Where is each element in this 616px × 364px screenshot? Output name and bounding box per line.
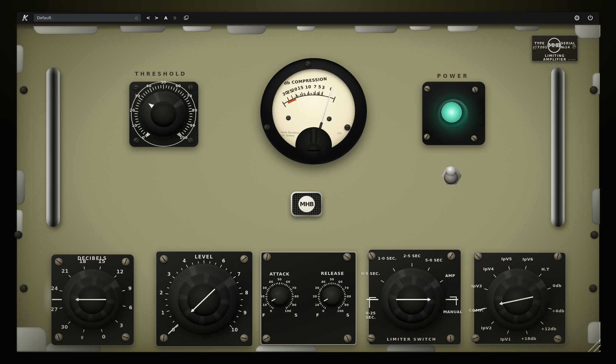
- dial-tick: [59, 290, 62, 291]
- preset-selector-icon[interactable]: ◇: [135, 16, 138, 20]
- dial-tick: [176, 272, 178, 274]
- toolbar: K Default ◇ < > A B ⚙: [17, 12, 599, 23]
- dial-tick: [239, 287, 241, 289]
- dial-tick-label: 50: [277, 278, 282, 281]
- dial-tick: [292, 294, 294, 295]
- dial-tick-label: 80: [347, 295, 351, 298]
- dial-tick: [319, 289, 322, 291]
- dial-tick: [83, 329, 85, 332]
- limiter-switch-dial: 0·25 SEC.0·5 SEC.1·0 SEC.2·5 SEC5·0 SECA…: [362, 249, 462, 350]
- dial-tick: [220, 265, 222, 268]
- dial-tick: [165, 293, 168, 294]
- paint-chip: [256, 345, 317, 352]
- release-knob[interactable]: [322, 287, 342, 306]
- dial-tick: [328, 283, 329, 284]
- dial-tick: [287, 306, 288, 308]
- dial-tick-label: +12db: [541, 327, 556, 331]
- copy-preset-icon[interactable]: [184, 15, 189, 20]
- dial-tick: [114, 275, 117, 278]
- dial-tick: [268, 288, 270, 289]
- dial-tick-label: 7: [237, 272, 241, 277]
- dial-tick-label: 20: [313, 295, 317, 298]
- preset-prev-button[interactable]: <: [146, 15, 150, 21]
- plate-screw: [343, 253, 351, 261]
- paint-chip: [575, 25, 600, 38]
- paint-chip: [297, 26, 315, 31]
- ab-compare-a-button[interactable]: A: [164, 16, 167, 20]
- dial-tick: [292, 298, 294, 299]
- dial-tick-label: 40: [269, 280, 273, 283]
- dial-tick: [288, 305, 290, 307]
- dial-tick-label: 100: [180, 136, 188, 140]
- preset-next-button[interactable]: >: [155, 15, 159, 21]
- panel-screw: [20, 284, 28, 292]
- release-fast-label: F: [315, 313, 321, 317]
- dial-tick: [176, 325, 179, 328]
- dial-tick-label: MANUAL: [443, 310, 462, 314]
- mhb-button-mesh: MHB: [292, 193, 321, 215]
- dial-tick: [272, 307, 274, 309]
- toggle-switch[interactable]: [446, 166, 456, 175]
- dial-tick: [491, 321, 494, 324]
- panel-screw: [20, 86, 28, 94]
- dial-tick: [493, 274, 496, 277]
- dial-tick: [289, 288, 291, 289]
- panel-screw: [590, 231, 598, 239]
- dial-tick: [269, 286, 271, 288]
- badge-screw: [572, 45, 576, 49]
- dial-tick: [229, 325, 232, 328]
- dial-tick: [323, 306, 324, 308]
- dial-tick: [266, 301, 268, 302]
- dial-tick: [539, 274, 542, 277]
- dial-tick: [508, 266, 510, 270]
- plugin-window: K Default ◇ < > A B ⚙: [0, 0, 616, 364]
- paint-chip: [33, 26, 97, 34]
- dial-tick-label: IpV3: [471, 284, 482, 288]
- dial-tick-label: 2: [160, 290, 163, 296]
- badge-monogram-text: MHB: [548, 42, 560, 48]
- dial-tick-label: 90: [190, 124, 195, 128]
- dial-tick-label: 100: [285, 310, 291, 313]
- dial-tick: [269, 305, 271, 307]
- dial-tick-label: 30: [262, 286, 267, 289]
- decibels-dial: ∞302724211815129630: [45, 252, 139, 347]
- dial-tick-label: 0: [172, 328, 175, 333]
- dial-tick: [215, 262, 216, 265]
- dial-tick: [167, 287, 169, 289]
- dial-tick: [240, 293, 243, 294]
- dial-tick: [342, 288, 343, 289]
- mhb-badge-button[interactable]: MHB: [291, 192, 322, 217]
- dial-tick: [123, 306, 126, 307]
- dial-tick-label: H.T: [541, 267, 549, 272]
- dial-tick: [284, 283, 285, 285]
- dial-tick-label: 70: [292, 286, 296, 289]
- dial-tick: [267, 289, 269, 291]
- dial-tick: [484, 288, 488, 290]
- dial-tick: [167, 310, 170, 312]
- paint-chip: [227, 26, 266, 34]
- ab-compare-b-button[interactable]: B: [173, 16, 177, 20]
- dial-tick-label: 24: [51, 286, 58, 292]
- dial-tick: [292, 296, 294, 297]
- attack-knob[interactable]: [270, 287, 289, 306]
- settings-gear-icon[interactable]: ⚙: [574, 14, 580, 22]
- dial-tick-label: 0db: [553, 284, 561, 288]
- meter-zero-adjuster[interactable]: [305, 143, 322, 159]
- dial-tick: [272, 284, 274, 286]
- dial-tick-label: 60: [286, 280, 290, 283]
- dial-tick-label: 10: [132, 124, 137, 128]
- dial-tick-label: 8: [245, 290, 248, 296]
- dial-tick: [291, 300, 293, 300]
- dial-tick: [266, 294, 267, 295]
- dial-tick-label: 30: [315, 286, 319, 289]
- dial-tick-label: 90: [344, 303, 349, 307]
- dial-tick: [288, 286, 290, 288]
- dial-tick-label: COMP.: [469, 308, 484, 313]
- dial-tick-label: 60: [338, 280, 343, 283]
- power-toggle-icon[interactable]: [587, 14, 594, 21]
- preset-dropdown[interactable]: Default ◇: [34, 14, 141, 22]
- dial-tick: [266, 298, 267, 299]
- power-lamp: [438, 99, 468, 129]
- dial-tick: [291, 291, 293, 292]
- dial-tick: [225, 268, 227, 270]
